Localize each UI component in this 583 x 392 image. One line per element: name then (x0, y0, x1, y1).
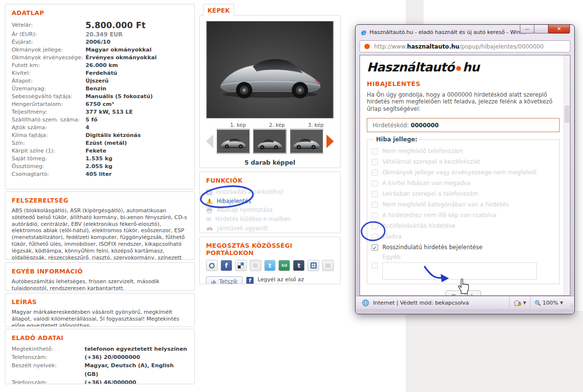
address-bar-row: http://www.hasznaltauto.hu/popup/hibajel… (356, 39, 574, 54)
email-icon[interactable]: ✉ (322, 260, 334, 271)
spec-label: Szállítható szem. száma: (12, 116, 86, 124)
protected-mode-menu[interactable]: ▼ (509, 296, 530, 309)
internet-explorer-icon: e (360, 28, 366, 37)
image-count: 5 darab képpel (206, 159, 334, 166)
spec-value: 20.349 EUR (86, 31, 122, 38)
tumblr-icon[interactable]: t (293, 260, 305, 271)
mail-icon: ✉ (206, 216, 211, 222)
function-error-report-link[interactable]: Hibajelentés (206, 197, 334, 206)
close-button[interactable]: ✕ (548, 25, 570, 34)
checkbox[interactable] (372, 202, 378, 208)
checkbox-checked[interactable]: ✓ (372, 244, 378, 251)
seller-row: Beszélt nyelvek:Magyar, Deutsch (A), Eng… (12, 361, 188, 378)
spec-label: Okmányok érvényessége: (12, 54, 86, 62)
submit-button[interactable]: Tovább (446, 290, 481, 295)
option-row: Leírásban szerepel a telefonszám (372, 188, 555, 199)
delicious-icon[interactable] (235, 260, 247, 271)
popup-scrollbar[interactable] (564, 55, 570, 295)
spec-row: Szállítható szem. száma:5 fő (12, 116, 188, 124)
datasheet-section: ADATLAP Vételár:5.800.000 Ft Ár (EUR):20… (5, 4, 195, 189)
checkbox-other[interactable] (372, 262, 378, 269)
option-label: Autófelvásárlás hirdetése (382, 222, 455, 229)
prev-image-arrow[interactable] (206, 135, 213, 148)
function-add-to-parking: P Hozzáadás a parkolóhoz (206, 187, 334, 197)
functions-section: FUNKCIÓK P Hozzáadás a parkolóhoz Hibaje… (199, 171, 341, 233)
spec-label: Szín: (12, 139, 86, 147)
spec-label: Állapot: (12, 77, 86, 85)
popup-statusbar: Internet | Védett mód: bekapcsolva ▼ 100… (356, 296, 574, 309)
tab-kepek[interactable]: KÉPEK (203, 4, 234, 16)
zoom-level-menu[interactable]: 100% ▼ (530, 296, 567, 309)
function-vehicles-same-seller: Járművek ugyanitt (206, 223, 334, 233)
site-dot-icon (364, 44, 370, 49)
spec-row: Futott km:26.000 km (12, 62, 188, 69)
checkbox[interactable] (372, 159, 378, 165)
spec-value: 5 fő (86, 116, 97, 124)
spec-label: Ajtók száma: (12, 124, 86, 132)
hasznaltauto-logo: Használtautóhu (367, 60, 560, 76)
main-car-photo[interactable] (206, 21, 334, 119)
internet-zone-icon (362, 299, 369, 307)
spec-label: Saját tömeg: (12, 155, 86, 163)
myspace-icon[interactable] (308, 260, 319, 271)
spec-row: Állapot:Újszerű (12, 77, 188, 85)
ad-code-label: Hirdetéskód: (373, 122, 409, 129)
like-button[interactable]: Tetszik (206, 276, 242, 284)
zoom-level-value: 100% (543, 300, 558, 306)
function-label: Járművek ugyanitt (217, 225, 268, 232)
resize-grip[interactable] (567, 296, 574, 309)
home-lock-icon (514, 300, 521, 306)
twitter-icon[interactable]: t (264, 260, 276, 271)
page-background: ADATLAP Vételár:5.800.000 Ft Ár (EUR):20… (0, 0, 583, 392)
option-label: Nem megfelelő telefonszám (382, 148, 463, 154)
equipment-text: ABS (blokkolásgátló), ASR (kipörgésgátló… (12, 207, 188, 260)
facebook-mini-icon: f (246, 277, 254, 284)
scrollbar-thumb[interactable] (565, 105, 569, 123)
checkbox[interactable] (372, 170, 378, 176)
url-domain: hasznaltauto.hu (407, 43, 460, 50)
like-helper-text: Legyél az első az ismerőseid közül akine… (257, 276, 334, 284)
spec-value: 1.535 kg (86, 155, 112, 163)
chevron-down-icon: ▼ (560, 301, 563, 305)
option-row-checked: ✓Rosszindulatú hirdetés bejelentése (372, 242, 555, 253)
other-info-text: Autóbeszámítás lehetséges, frissen szerv… (12, 278, 188, 291)
window-controls: — ✕ (520, 25, 570, 34)
other-textarea[interactable] (382, 262, 537, 280)
warning-icon (206, 198, 213, 204)
spec-row: Saját tömeg:1.535 kg (12, 155, 188, 163)
section-title-adatlap: ADATLAP (12, 9, 188, 17)
checkbox[interactable] (372, 180, 378, 187)
spec-label: Vételár: (12, 21, 86, 29)
address-input[interactable]: http://www.hasznaltauto.hu/popup/hibajel… (360, 40, 570, 52)
minimize-button[interactable]: — (520, 25, 534, 34)
other-info-section: EGYÉB INFORMÁCIÓ Autóbeszámítás lehetség… (5, 262, 195, 291)
checkbox[interactable] (372, 148, 378, 154)
facebook-icon[interactable]: f (221, 260, 232, 271)
function-label: Hozzáadás a parkolóhoz (216, 188, 283, 195)
checkbox[interactable] (372, 212, 378, 219)
spec-value: Benzin (86, 85, 106, 93)
ad-code-value: 0000000 (411, 122, 438, 129)
thumbnail-1[interactable] (217, 129, 250, 154)
option-label: A kivitel hibásan van megadva (382, 180, 471, 187)
checkbox[interactable] (372, 234, 378, 240)
spec-row: Szín:Ezüst (metál) (12, 139, 188, 147)
thumbnail-2[interactable] (253, 129, 286, 154)
thumbnail-3[interactable] (290, 129, 323, 154)
maximize-button[interactable] (534, 25, 549, 34)
option-row: A hirdetéshez nem illő kép van csatolva (372, 210, 555, 221)
buzz-icon[interactable] (250, 260, 261, 271)
like-button-label: Tetszik (219, 278, 238, 284)
checkbox[interactable] (372, 191, 378, 197)
zone-status-text: Internet | Védett mód: bekapcsolva (373, 300, 469, 306)
section-title-funkciok: FUNKCIÓK (206, 177, 334, 184)
seller-section: ELADÓ ADATAI Megtekinthető:telefonon egy… (5, 329, 195, 384)
seller-label: Telefonszám: (12, 353, 85, 361)
facebook-like-row: Tetszik f Legyél az első az ismerőseid k… (206, 276, 334, 284)
option-row: Okmányok jellege vagy érvényessége nem m… (372, 167, 555, 178)
stumbleupon-icon[interactable]: SU (278, 260, 290, 271)
iwiw-icon[interactable] (206, 260, 218, 271)
share-icon-row: f t SU t ✉ (206, 260, 334, 271)
checkbox[interactable] (372, 223, 378, 229)
next-image-arrow[interactable] (326, 135, 334, 148)
